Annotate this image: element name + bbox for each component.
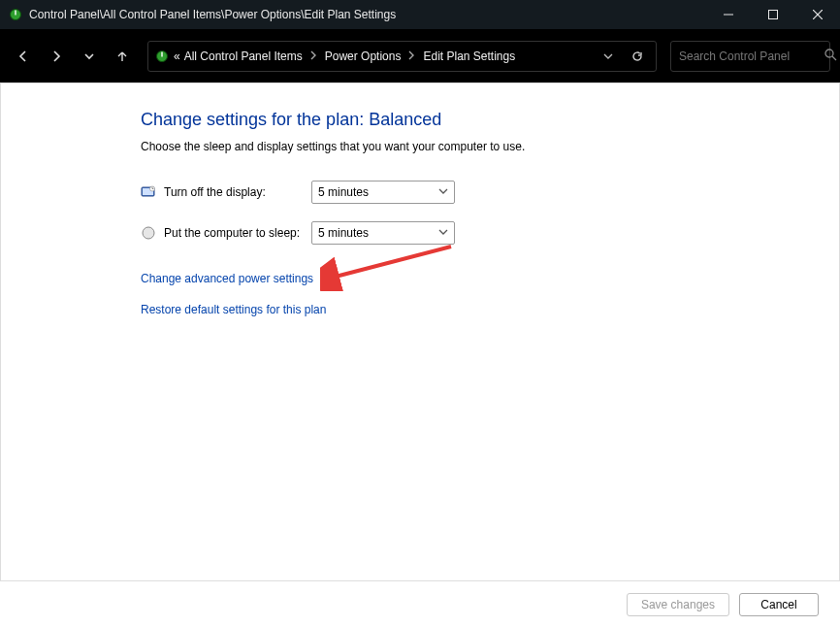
chevron-right-icon[interactable] [404, 50, 419, 63]
navbar: « All Control Panel Items Power Options … [0, 29, 840, 82]
up-button[interactable] [109, 43, 136, 70]
sleep-timeout-label: Put the computer to sleep: [164, 226, 311, 240]
display-timeout-value: 5 minutes [318, 185, 369, 199]
sleep-timeout-row: Put the computer to sleep: 5 minutes [141, 221, 821, 245]
address-bar[interactable]: « All Control Panel Items Power Options … [147, 41, 657, 72]
breadcrumb-edit-plan[interactable]: Edit Plan Settings [423, 50, 515, 63]
advanced-power-settings-link[interactable]: Change advanced power settings [141, 272, 821, 285]
window: Control Panel\All Control Panel Items\Po… [0, 0, 840, 627]
breadcrumb-all-items[interactable]: All Control Panel Items [184, 50, 303, 63]
sleep-timeout-value: 5 minutes [318, 226, 369, 240]
page-subtext: Choose the sleep and display settings th… [141, 140, 821, 153]
breadcrumb-prefix[interactable]: « [174, 50, 180, 63]
svg-point-8 [825, 50, 833, 57]
svg-rect-3 [769, 11, 778, 19]
back-button[interactable] [10, 43, 37, 70]
search-input[interactable] [679, 50, 824, 63]
sleep-icon [141, 225, 156, 241]
maximize-button[interactable] [751, 0, 795, 29]
chevron-down-icon [438, 185, 448, 199]
display-timeout-label: Turn off the display: [164, 185, 311, 199]
power-options-icon [8, 7, 23, 22]
cancel-button[interactable]: Cancel [739, 593, 819, 616]
page-heading: Change settings for the plan: Balanced [141, 110, 821, 130]
power-options-icon [154, 49, 170, 64]
titlebar: Control Panel\All Control Panel Items\Po… [0, 0, 840, 29]
chevron-right-icon[interactable] [307, 50, 321, 63]
recent-locations-button[interactable] [76, 43, 103, 70]
forward-button[interactable] [43, 43, 70, 70]
svg-rect-1 [15, 11, 16, 16]
restore-defaults-link[interactable]: Restore default settings for this plan [141, 303, 821, 316]
minimize-button[interactable] [706, 0, 751, 29]
window-control-group [706, 0, 840, 29]
search-box[interactable] [670, 41, 830, 72]
search-icon[interactable] [824, 49, 837, 64]
svg-line-9 [832, 56, 836, 60]
display-timeout-select[interactable]: 5 minutes [311, 181, 455, 204]
close-button[interactable] [795, 0, 840, 29]
chevron-down-icon [438, 226, 448, 240]
sleep-timeout-select[interactable]: 5 minutes [311, 221, 455, 245]
refresh-button[interactable] [625, 43, 650, 70]
footer-bar: Save changes Cancel [0, 580, 840, 627]
content-area: Change settings for the plan: Balanced C… [0, 82, 840, 627]
svg-point-15 [143, 227, 154, 239]
breadcrumb-power-options[interactable]: Power Options [325, 50, 402, 63]
save-changes-button: Save changes [627, 593, 729, 616]
address-history-button[interactable] [596, 43, 621, 70]
titlebar-path: Control Panel\All Control Panel Items\Po… [29, 8, 396, 21]
display-icon [141, 184, 156, 200]
svg-rect-7 [161, 51, 162, 56]
display-timeout-row: Turn off the display: 5 minutes [141, 181, 821, 204]
